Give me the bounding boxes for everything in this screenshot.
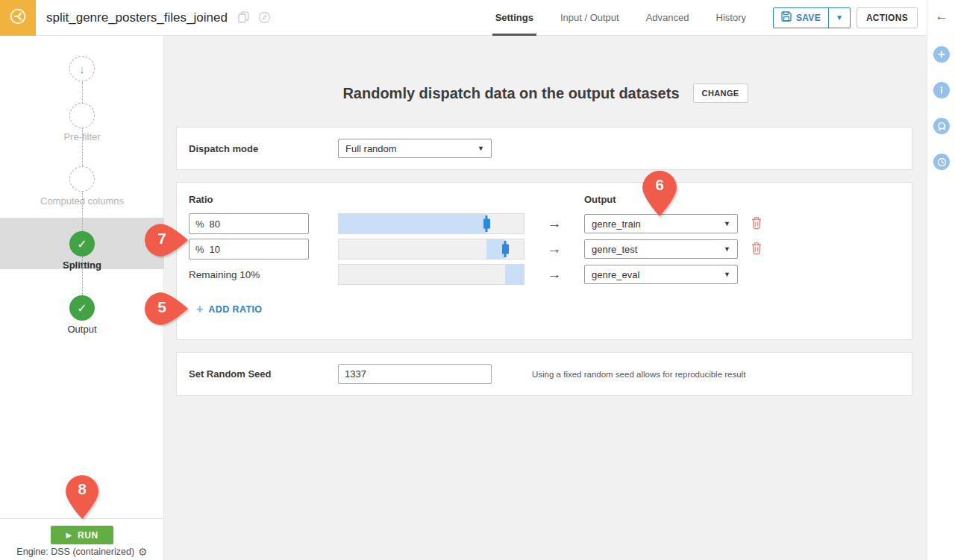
trash-icon: [751, 216, 763, 232]
navigate-icon[interactable]: [258, 11, 271, 24]
ratio-value-input-1[interactable]: [210, 218, 302, 230]
slider-fill: [505, 265, 524, 284]
step-connector: [82, 82, 83, 103]
page-title: Randomly dispatch data on the output dat…: [342, 85, 679, 102]
step-computed-columns-circle[interactable]: [69, 166, 95, 192]
step-output-circle[interactable]: ✓: [69, 295, 95, 321]
marker-number: 8: [66, 480, 98, 498]
run-button[interactable]: ▶ RUN: [51, 526, 113, 544]
add-ratio-button[interactable]: + ADD RATIO: [196, 303, 900, 316]
chevron-down-icon: ▼: [724, 271, 730, 278]
chevron-down-icon: ▼: [478, 145, 484, 152]
step-splitting-circle[interactable]: ✓: [69, 231, 95, 257]
ratio-slider-1[interactable]: [338, 213, 525, 234]
delete-ratio-button[interactable]: [751, 242, 768, 257]
chevron-down-icon: ▼: [724, 220, 730, 227]
plus-icon: [937, 50, 946, 59]
ratio-row-remaining: Remaining 10% → genre_eval ▼: [189, 264, 900, 285]
tutorial-marker-8: 8: [66, 475, 98, 519]
right-rail: ←: [927, 0, 955, 560]
dispatch-mode-panel: Dispatch mode Full random ▼: [176, 127, 912, 170]
run-label: RUN: [78, 530, 98, 541]
output-dataset-select-2[interactable]: genre_test ▼: [584, 239, 738, 259]
tab-advanced-label: Advanced: [646, 12, 689, 23]
dispatch-mode-value: Full random: [345, 143, 478, 154]
step-prefilter-circle[interactable]: [69, 103, 95, 128]
engine-settings-gear-icon[interactable]: ⚙: [138, 546, 148, 558]
marker-number: 6: [642, 176, 677, 194]
save-label: SAVE: [796, 13, 821, 23]
random-seed-input[interactable]: [338, 364, 492, 384]
save-button[interactable]: SAVE: [774, 8, 828, 28]
tab-history[interactable]: History: [716, 0, 746, 36]
random-seed-label: Set Random Seed: [189, 368, 338, 380]
output-dataset-select-1[interactable]: genre_train ▼: [584, 214, 738, 233]
timeline-button[interactable]: [933, 154, 950, 170]
info-button[interactable]: [933, 82, 950, 98]
ratio-percent-input-2[interactable]: %: [189, 239, 309, 259]
dispatch-mode-label: Dispatch mode: [189, 143, 338, 154]
recipe-title: split_genre_posters_files_joined: [46, 10, 228, 25]
step-input-circle[interactable]: ↓: [69, 56, 95, 81]
add-button[interactable]: [933, 46, 950, 63]
slider-handle[interactable]: [504, 241, 507, 257]
tab-input-output[interactable]: Input / Output: [560, 0, 619, 36]
ratio-panel: Ratio Output % → genre_train ▼: [176, 182, 912, 340]
tab-settings-label: Settings: [495, 12, 533, 23]
save-split-button: SAVE ▼: [773, 7, 851, 28]
chat-icon: [937, 122, 947, 131]
slider-fill: [339, 214, 486, 233]
copy-icon[interactable]: [238, 11, 249, 24]
info-icon: [937, 86, 946, 95]
slider-handle[interactable]: [486, 215, 488, 232]
check-icon: ✓: [77, 301, 87, 315]
ratio-value-input-2[interactable]: [210, 244, 302, 255]
maps-to-arrow-icon: →: [525, 266, 584, 283]
output-dataset-value: genre_eval: [592, 269, 724, 280]
delete-ratio-button[interactable]: [751, 216, 768, 232]
marker-number: 7: [147, 230, 177, 248]
clock-icon: [937, 157, 947, 167]
tab-advanced[interactable]: Advanced: [646, 0, 689, 36]
step-output-label[interactable]: Output: [0, 324, 164, 335]
plus-icon: +: [196, 303, 203, 316]
ratio-row: % → genre_train ▼: [189, 213, 900, 234]
discussions-button[interactable]: [933, 118, 950, 134]
tutorial-marker-6: 6: [642, 171, 677, 216]
ratio-slider-remaining: [338, 264, 525, 285]
ratio-percent-input-1[interactable]: %: [189, 213, 309, 234]
ratio-slider-2[interactable]: [338, 239, 525, 259]
tutorial-marker-7: 7: [145, 223, 188, 257]
save-dropdown-button[interactable]: ▼: [828, 8, 850, 28]
percent-prefix: %: [195, 244, 204, 255]
chevron-down-icon: ▼: [724, 245, 730, 253]
tab-history-label: History: [716, 12, 746, 23]
settings-pane: Randomly dispatch data on the output dat…: [164, 36, 927, 560]
maps-to-arrow-icon: →: [525, 241, 584, 257]
split-recipe-logo: [0, 0, 36, 36]
step-connector: [82, 192, 83, 231]
actions-button[interactable]: ACTIONS: [857, 7, 918, 28]
trash-icon: [751, 242, 763, 257]
play-icon: ▶: [66, 531, 72, 539]
output-dataset-value: genre_train: [592, 218, 724, 230]
change-button[interactable]: CHANGE: [693, 84, 748, 103]
check-icon: ✓: [77, 237, 87, 251]
tab-settings[interactable]: Settings: [495, 0, 533, 36]
arrow-down-icon: ↓: [79, 63, 85, 75]
percent-prefix: %: [195, 218, 204, 230]
random-seed-panel: Set Random Seed Using a fixed random see…: [176, 352, 912, 396]
collapse-panel-icon[interactable]: ←: [927, 9, 955, 24]
topbar: split_genre_posters_files_joined Setting…: [0, 0, 927, 36]
output-dataset-select-3[interactable]: genre_eval ▼: [584, 265, 738, 284]
save-icon: [781, 11, 792, 25]
ratio-column-header: Ratio: [189, 194, 338, 205]
engine-label: Engine: DSS (containerized): [16, 547, 134, 557]
step-connector: [82, 128, 83, 166]
output-dataset-value: genre_test: [592, 244, 724, 255]
marker-number: 5: [147, 298, 177, 316]
add-ratio-label: ADD RATIO: [208, 304, 262, 315]
maps-to-arrow-icon: →: [525, 215, 584, 232]
dispatch-mode-select[interactable]: Full random ▼: [338, 139, 492, 158]
tab-input-output-label: Input / Output: [560, 12, 619, 23]
